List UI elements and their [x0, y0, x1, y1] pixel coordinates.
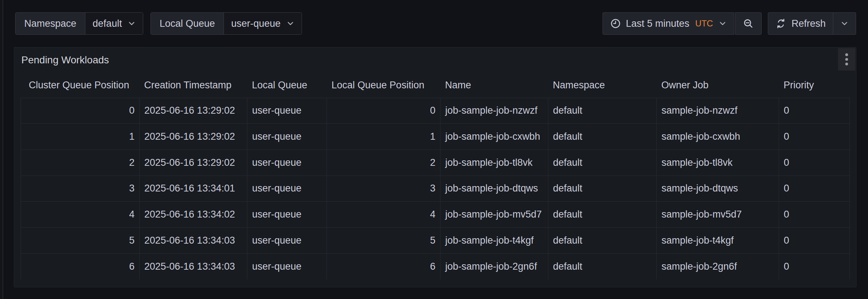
- cell-namespace: default: [548, 227, 657, 253]
- cell-name: job-sample-job-tl8vk: [441, 150, 548, 176]
- cell-local-queue: user-queue: [247, 176, 327, 202]
- panel-menu-button[interactable]: [838, 48, 855, 71]
- variable-namespace-value: default: [93, 18, 122, 29]
- cell-cluster-queue-position: 2: [21, 150, 140, 176]
- cell-local-queue-position: 2: [327, 150, 441, 176]
- column-header-priority[interactable]: Priority: [779, 73, 850, 98]
- variable-local-queue: Local Queue user-queue: [150, 12, 302, 35]
- cell-local-queue: user-queue: [247, 227, 327, 253]
- cell-owner-job: sample-job-t4kgf: [657, 227, 779, 253]
- cell-name: job-sample-job-mv5d7: [441, 202, 548, 228]
- table-row: 3 2025-06-16 13:34:01 user-queue 3 job-s…: [21, 176, 850, 202]
- chevron-down-icon: [128, 20, 136, 28]
- variable-local-queue-value-dropdown[interactable]: user-queue: [224, 13, 302, 34]
- cell-cluster-queue-position: 0: [21, 98, 140, 124]
- cell-cluster-queue-position: 1: [21, 124, 140, 150]
- pending-workloads-panel: Pending Workloads Cluster Queue Position…: [14, 47, 856, 287]
- page-left-edge-divider: [3, 0, 3, 299]
- variable-namespace-label: Namespace: [16, 13, 85, 34]
- refresh-icon: [775, 18, 786, 29]
- column-header-name[interactable]: Name: [441, 73, 548, 98]
- refresh-group: Refresh: [768, 12, 856, 35]
- page-left-strip: [0, 0, 3, 299]
- variable-local-queue-value: user-queue: [231, 18, 281, 29]
- time-range-label: Last 5 minutes: [626, 18, 690, 29]
- column-header-local-queue-position[interactable]: Local Queue Position: [327, 73, 441, 98]
- time-zoom-out-button[interactable]: [735, 12, 762, 35]
- cell-creation-timestamp: 2025-06-16 13:29:02: [140, 124, 247, 150]
- variable-namespace-value-dropdown[interactable]: default: [85, 13, 143, 34]
- cell-owner-job: sample-job-nzwzf: [657, 98, 779, 124]
- cell-local-queue-position: 3: [327, 176, 441, 202]
- cell-owner-job: sample-job-cxwbh: [657, 124, 779, 150]
- table-row: 1 2025-06-16 13:29:02 user-queue 1 job-s…: [21, 124, 850, 150]
- table-row: 2 2025-06-16 13:29:02 user-queue 2 job-s…: [21, 150, 850, 176]
- variable-namespace: Namespace default: [15, 12, 143, 35]
- cell-creation-timestamp: 2025-06-16 13:29:02: [140, 98, 247, 124]
- cell-local-queue-position: 5: [327, 227, 441, 253]
- column-header-cluster-queue-position[interactable]: Cluster Queue Position: [21, 73, 140, 98]
- table-row: 0 2025-06-16 13:29:02 user-queue 0 job-s…: [21, 98, 850, 124]
- chevron-down-icon: [286, 20, 294, 28]
- table-row: 5 2025-06-16 13:34:03 user-queue 5 job-s…: [21, 227, 850, 253]
- time-and-refresh-controls: Last 5 minutes UTC Refresh: [603, 12, 856, 35]
- time-picker-button[interactable]: Last 5 minutes UTC: [603, 12, 735, 35]
- cell-creation-timestamp: 2025-06-16 13:34:01: [140, 176, 247, 202]
- cell-local-queue-position: 1: [327, 124, 441, 150]
- chevron-down-icon: [719, 20, 727, 28]
- refresh-label: Refresh: [791, 18, 826, 29]
- cell-creation-timestamp: 2025-06-16 13:34:03: [140, 227, 247, 253]
- cell-creation-timestamp: 2025-06-16 13:34:03: [140, 253, 247, 279]
- cell-name: job-sample-job-nzwzf: [441, 98, 548, 124]
- cell-local-queue: user-queue: [247, 98, 327, 124]
- cell-name: job-sample-job-dtqws: [441, 176, 548, 202]
- cell-priority: 0: [779, 253, 850, 279]
- cell-namespace: default: [548, 176, 657, 202]
- refresh-interval-dropdown[interactable]: [833, 12, 856, 35]
- dashboard-submenu: Namespace default Local Queue user-queue…: [15, 12, 856, 35]
- cell-local-queue-position: 4: [327, 202, 441, 228]
- kebab-menu-icon: [844, 53, 849, 66]
- column-header-local-queue[interactable]: Local Queue: [247, 73, 327, 98]
- cell-name: job-sample-job-t4kgf: [441, 227, 548, 253]
- cell-cluster-queue-position: 6: [21, 253, 140, 279]
- chevron-down-icon: [841, 20, 848, 28]
- cell-namespace: default: [548, 253, 657, 279]
- cell-namespace: default: [548, 150, 657, 176]
- cell-priority: 0: [779, 176, 850, 202]
- cell-cluster-queue-position: 4: [21, 202, 140, 228]
- cell-creation-timestamp: 2025-06-16 13:29:02: [140, 150, 247, 176]
- panel-title[interactable]: Pending Workloads: [21, 54, 109, 66]
- cell-owner-job: sample-job-mv5d7: [657, 202, 779, 228]
- timezone-label: UTC: [695, 18, 713, 29]
- cell-local-queue-position: 0: [327, 98, 441, 124]
- cell-local-queue: user-queue: [247, 202, 327, 228]
- cell-cluster-queue-position: 5: [21, 227, 140, 253]
- table-row: 4 2025-06-16 13:34:02 user-queue 4 job-s…: [21, 202, 850, 228]
- cell-priority: 0: [779, 98, 850, 124]
- column-header-creation-timestamp[interactable]: Creation Timestamp: [140, 73, 247, 98]
- cell-priority: 0: [779, 227, 850, 253]
- cell-name: job-sample-job-cxwbh: [441, 124, 548, 150]
- workloads-table: Cluster Queue Position Creation Timestam…: [14, 73, 856, 279]
- panel-header: Pending Workloads: [14, 47, 856, 73]
- variable-controls: Namespace default Local Queue user-queue: [15, 12, 302, 35]
- cell-priority: 0: [779, 124, 850, 150]
- table-row: 6 2025-06-16 13:34:03 user-queue 6 job-s…: [21, 253, 850, 279]
- cell-name: job-sample-job-2gn6f: [441, 253, 548, 279]
- clock-icon: [610, 18, 621, 29]
- column-header-owner-job[interactable]: Owner Job: [657, 73, 779, 98]
- column-header-namespace[interactable]: Namespace: [548, 73, 657, 98]
- cell-owner-job: sample-job-dtqws: [657, 176, 779, 202]
- variable-local-queue-label: Local Queue: [151, 13, 224, 34]
- cell-local-queue: user-queue: [247, 124, 327, 150]
- cell-local-queue-position: 6: [327, 253, 441, 279]
- refresh-button[interactable]: Refresh: [768, 12, 833, 35]
- cell-namespace: default: [548, 202, 657, 228]
- cell-cluster-queue-position: 3: [21, 176, 140, 202]
- cell-namespace: default: [548, 124, 657, 150]
- cell-owner-job: sample-job-2gn6f: [657, 253, 779, 279]
- cell-local-queue: user-queue: [247, 150, 327, 176]
- time-picker-group: Last 5 minutes UTC: [603, 12, 762, 35]
- cell-local-queue: user-queue: [247, 253, 327, 279]
